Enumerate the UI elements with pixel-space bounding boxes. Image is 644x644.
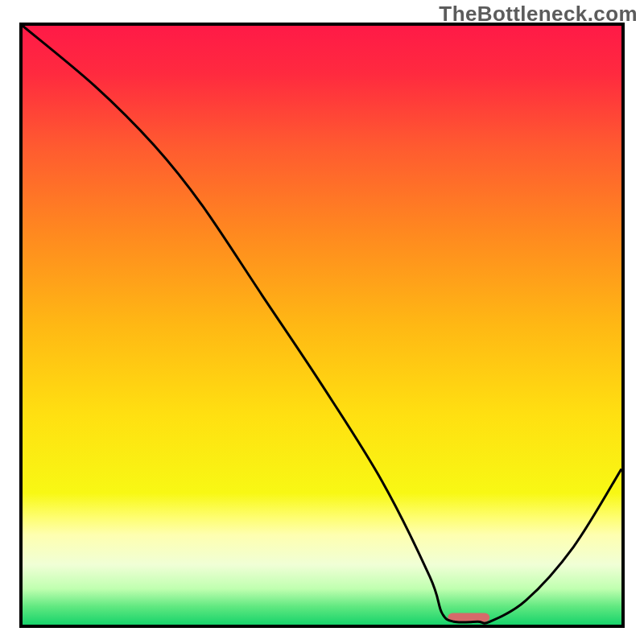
plot-area xyxy=(19,23,625,628)
gradient-background xyxy=(23,26,621,625)
chart-frame: TheBottleneck.com xyxy=(0,0,644,644)
chart-svg xyxy=(23,26,621,625)
